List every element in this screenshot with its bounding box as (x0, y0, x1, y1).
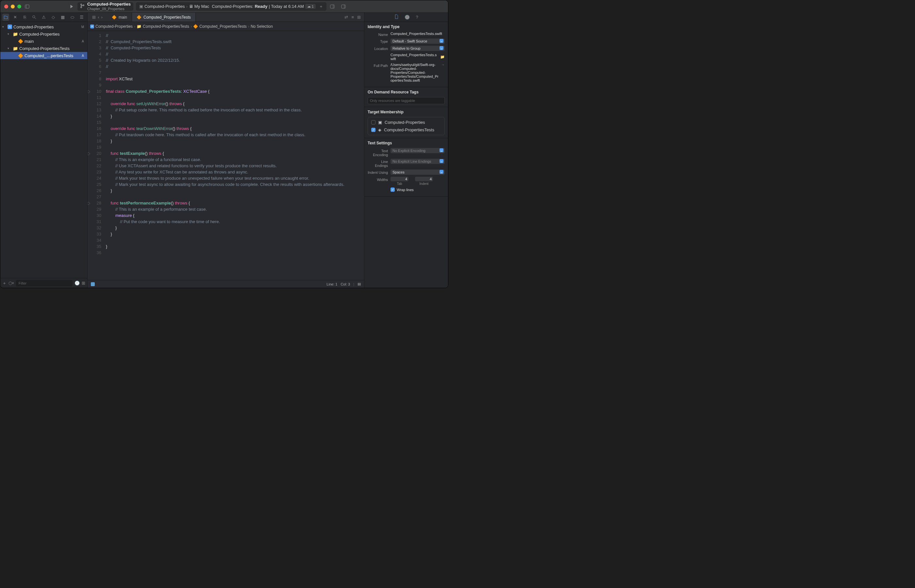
location-select[interactable]: Relative to Group (391, 46, 445, 51)
scm-badge: M (81, 25, 84, 29)
report-navigator-tab[interactable]: ☰ (78, 14, 85, 21)
endings-select[interactable]: No Explicit Line Endings (391, 159, 445, 164)
tree-row[interactable]: ▾📁Computed-Properties (0, 31, 87, 37)
bookmark-navigator-tab[interactable]: ⎘ (21, 14, 28, 21)
close-window-button[interactable] (4, 5, 8, 8)
library-button[interactable] (329, 3, 336, 10)
history-inspector-tab[interactable]: 🕘 (404, 15, 410, 19)
editor-tab[interactable]: 🔶Computed_PropertiesTests (132, 13, 196, 21)
find-navigator-tab[interactable] (31, 14, 37, 21)
jump-bar[interactable]: AComputed-Properties›📁Computed-Propertie… (87, 22, 364, 31)
editor-tab[interactable]: 🔶main (107, 13, 132, 21)
disclosure-icon[interactable]: ▾ (8, 32, 11, 36)
debug-navigator-tab[interactable]: ▦ (60, 14, 66, 21)
target-row[interactable]: ▣Computed-Properties (369, 119, 443, 126)
filter-scope-button[interactable]: ◯≡ (8, 281, 14, 285)
tree-item-label: main (24, 39, 34, 44)
swift-icon: 🔶 (18, 39, 23, 44)
target-row[interactable]: ✓◈Computed-PropertiesTests (369, 126, 443, 134)
project-icon: A (8, 24, 12, 29)
svg-rect-6 (330, 5, 334, 8)
tab-width-input[interactable]: 4 (391, 177, 409, 181)
navigator-filter-input[interactable] (16, 280, 73, 286)
recent-filter-button[interactable]: 🕘 (74, 281, 80, 286)
tree-row[interactable]: ▾📁Computed-PropertiesTests (0, 45, 87, 52)
file-type-select[interactable]: Default - Swift Source (391, 39, 445, 44)
target-checkbox[interactable] (371, 120, 375, 124)
scheme-selector[interactable]: Computed-Properties Chapter_09_Propertie… (78, 2, 133, 11)
minimize-window-button[interactable] (11, 5, 15, 8)
indent-select[interactable]: Spaces (391, 170, 445, 175)
scm-badge: A (82, 40, 84, 43)
destination-icon: 🖥 (189, 4, 193, 9)
indent-sublabel: Indent (415, 182, 433, 186)
adjust-editor-icon[interactable]: ≡ (351, 15, 354, 19)
location-label: Location (368, 46, 391, 51)
test-navigator-tab[interactable]: ◇ (50, 14, 57, 21)
target-icon: ▣ (378, 120, 382, 125)
navigator-sidebar: ✕ ⎘ ⚠ ◇ ▦ ⬭ ☰ ▾AComputed-PropertiesM▾📁Co… (0, 13, 87, 288)
code-content[interactable]: //// Computed_PropertiesTests.swift// Co… (104, 31, 364, 280)
breadcrumb-item[interactable]: 📁Computed-PropertiesTests (137, 24, 189, 29)
issue-navigator-tab[interactable]: ⚠ (40, 14, 47, 21)
add-editor-icon[interactable]: ⊞ (357, 15, 361, 19)
svg-point-4 (81, 7, 82, 8)
help-inspector-tab[interactable]: ? (415, 15, 418, 19)
tree-row[interactable]: 🔶Computed_…pertiesTestsA (0, 52, 87, 59)
add-button[interactable]: ＋ (319, 3, 323, 10)
forward-button[interactable]: › (101, 15, 103, 19)
destination-name[interactable]: My Mac (194, 4, 210, 9)
back-button[interactable]: ‹ (98, 15, 99, 19)
maximize-window-button[interactable] (17, 5, 21, 8)
breadcrumb-item[interactable]: 🔶Computed_PropertiesTests (193, 24, 247, 29)
add-file-button[interactable]: ＋ (2, 280, 6, 286)
target-label: Computed-Properties (385, 120, 425, 125)
disclosure-icon[interactable]: ▾ (8, 47, 11, 50)
encoding-label: Text Encoding (368, 148, 391, 157)
source-control-navigator-tab[interactable]: ✕ (12, 14, 19, 21)
branch-icon (80, 3, 85, 9)
breadcrumb-label: No Selection (251, 24, 273, 29)
debug-area-toggle[interactable] (91, 282, 95, 286)
indent-width-input[interactable]: 4 (415, 177, 433, 181)
scheme-name[interactable]: Computed-Properties (144, 4, 185, 9)
file-name-value[interactable]: Computed_PropertiesTests.swift (391, 32, 445, 36)
cloud-status[interactable]: ☁ 1 (305, 4, 316, 9)
project-navigator-tab[interactable] (2, 14, 9, 21)
tab-bar: ⊞ ‹ › 🔶main🔶Computed_PropertiesTests ⇄ ≡… (87, 13, 364, 22)
reveal-in-finder-icon[interactable]: → (441, 63, 445, 82)
target-checkbox[interactable]: ✓ (371, 128, 375, 132)
minimap-toggle-icon[interactable]: ▤ (357, 282, 361, 286)
sidebar-right-toggle-icon[interactable] (340, 3, 347, 10)
scm-filter-button[interactable]: ⊞ (82, 281, 85, 286)
encoding-select[interactable]: No Explicit Encoding (391, 148, 445, 153)
identity-heading: Identity and Type (368, 24, 445, 29)
run-button[interactable] (68, 3, 75, 10)
file-inspector-tab[interactable] (394, 15, 399, 20)
breakpoint-navigator-tab[interactable]: ⬭ (69, 14, 76, 21)
inspector-tabs: 🕘 ? (364, 13, 448, 22)
tree-item-label: Computed_…pertiesTests (24, 53, 74, 58)
code-review-icon[interactable]: ⇄ (344, 15, 348, 19)
sidebar-left-toggle-icon[interactable] (24, 3, 31, 10)
identity-section: Identity and Type Name Computed_Properti… (364, 22, 448, 87)
type-label: Type (368, 39, 391, 44)
wrap-lines-checkbox[interactable]: ✓ (391, 187, 395, 192)
source-editor[interactable]: 1234567891011121314151617181920212223242… (87, 31, 364, 280)
project-icon: A (90, 24, 94, 28)
editor-area: ⊞ ‹ › 🔶main🔶Computed_PropertiesTests ⇄ ≡… (87, 13, 364, 288)
svg-line-11 (35, 17, 36, 19)
inspector-sidebar: 🕘 ? Identity and Type Name Computed_Prop… (364, 13, 448, 288)
breadcrumb-label: Computed_PropertiesTests (199, 24, 247, 29)
tree-row[interactable]: ▾AComputed-PropertiesM (0, 23, 87, 31)
choose-path-icon[interactable]: 📁 (440, 55, 445, 59)
breadcrumb-item[interactable]: No Selection (251, 24, 273, 29)
disclosure-icon[interactable]: ▾ (2, 25, 6, 28)
tree-item-label: Computed-Properties (13, 24, 54, 29)
tree-row[interactable]: 🔶mainA (0, 37, 87, 45)
svg-point-3 (81, 4, 82, 5)
related-items-icon[interactable]: ⊞ (92, 15, 96, 19)
swift-icon: 🔶 (193, 24, 198, 29)
breadcrumb-item[interactable]: AComputed-Properties (90, 24, 133, 29)
target-membership-section: Target Membership ▣Computed-Properties✓◈… (364, 107, 448, 138)
